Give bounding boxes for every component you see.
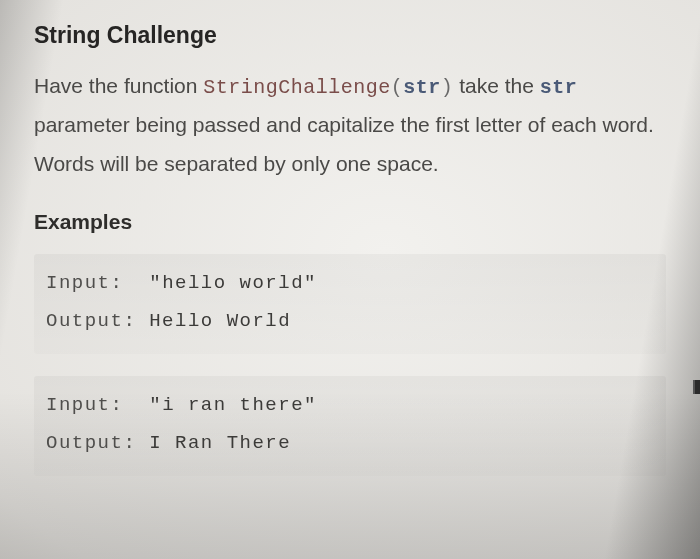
challenge-title: String Challenge — [34, 22, 666, 49]
desc-param-name: str — [403, 76, 441, 99]
example-input-label: Input: — [46, 272, 136, 294]
example-output-row: Output: Hello World — [46, 302, 658, 340]
example-input-row: Input: "i ran there" — [46, 386, 658, 424]
desc-tail: parameter being passed and capitalize th… — [34, 113, 654, 175]
example-output-value: Hello World — [149, 310, 291, 332]
example-block: Input: "hello world" Output: Hello World — [34, 254, 666, 354]
desc-fn-name: StringChallenge — [203, 76, 391, 99]
desc-lead: Have the function — [34, 74, 203, 97]
example-input-label: Input: — [46, 394, 136, 416]
example-output-row: Output: I Ran There — [46, 424, 658, 462]
desc-open-paren: ( — [391, 76, 404, 99]
desc-close-paren: ) — [441, 76, 454, 99]
examples-heading: Examples — [34, 210, 666, 234]
challenge-description: Have the function StringChallenge(str) t… — [34, 67, 666, 184]
example-output-value: I Ran There — [149, 432, 291, 454]
screen-edge-artifact — [693, 380, 700, 394]
example-output-label: Output: — [46, 310, 149, 332]
example-input-value: "hello world" — [149, 272, 317, 294]
example-block: Input: "i ran there" Output: I Ran There — [34, 376, 666, 476]
example-input-row: Input: "hello world" — [46, 264, 658, 302]
desc-param-ref: str — [540, 76, 578, 99]
desc-after-sig: take the — [453, 74, 539, 97]
example-input-value: "i ran there" — [149, 394, 317, 416]
example-output-label: Output: — [46, 432, 149, 454]
